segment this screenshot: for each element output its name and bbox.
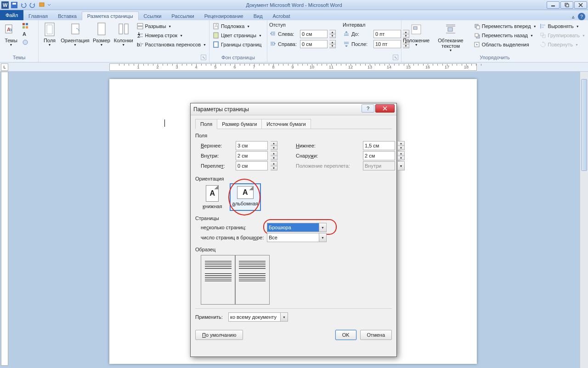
dialog-tab-margins[interactable]: Поля — [195, 119, 217, 129]
rotate-button[interactable]: Повернуть▼ — [538, 40, 586, 49]
margin-outside-input[interactable]: 2 см — [363, 151, 395, 160]
page-color-button[interactable]: Цвет страницы▼ — [211, 31, 263, 40]
section-orientation: Ориентация — [195, 176, 392, 181]
margin-top-input[interactable]: 3 см — [236, 141, 268, 150]
text-cursor — [164, 119, 165, 127]
tab-view[interactable]: Вид — [249, 12, 268, 20]
undo-icon[interactable] — [19, 1, 28, 9]
maximize-button[interactable] — [560, 1, 573, 9]
themes-button[interactable]: Aa Темы ▼ — [2, 21, 20, 47]
apply-to-select[interactable]: ко всему документу▼ — [228, 312, 288, 322]
gutter-spinner[interactable]: ▲▼ — [271, 161, 277, 170]
svg-rect-32 — [214, 33, 218, 38]
theme-fonts-icon[interactable]: A — [21, 30, 29, 38]
cancel-button[interactable]: Отмена — [360, 330, 392, 340]
dialog-titlebar[interactable]: Параметры страницы ? — [191, 103, 396, 115]
tab-insert[interactable]: Вставка — [53, 12, 82, 20]
tab-home[interactable]: Главная — [23, 12, 53, 20]
margin-outside-spinner[interactable]: ▲▼ — [398, 151, 405, 160]
qat-dropdown-icon[interactable] — [47, 1, 51, 9]
margin-top-spinner[interactable]: ▲▼ — [271, 141, 277, 150]
save-icon[interactable] — [10, 1, 18, 9]
default-button[interactable]: По умолчанию — [195, 330, 243, 340]
selection-pane-button[interactable]: Область выделения — [472, 40, 537, 49]
theme-colors-icon[interactable] — [21, 22, 29, 29]
hyphenation-icon: bͨ⁻ — [136, 41, 144, 48]
preview-box — [201, 255, 270, 305]
vertical-ruler[interactable] — [1, 72, 8, 366]
minimize-button[interactable] — [547, 1, 560, 9]
page-setup-dialog-launcher[interactable]: ⤡ — [201, 55, 206, 60]
breaks-button[interactable]: Разрывы▼ — [136, 22, 207, 30]
tab-acrobat[interactable]: Acrobat — [268, 12, 295, 20]
margin-bottom-spinner[interactable]: ▲▼ — [398, 141, 405, 150]
space-after-icon — [343, 41, 350, 47]
margin-inside-spinner[interactable]: ▲▼ — [271, 151, 277, 160]
tab-review[interactable]: Рецензирование — [199, 12, 249, 20]
tab-references[interactable]: Ссылки — [139, 12, 167, 20]
align-icon — [539, 23, 547, 30]
close-button[interactable] — [574, 1, 587, 9]
ribbon: Aa Темы ▼ A Темы Поля▼ Ориентация▼ Разме… — [0, 20, 588, 62]
wrap-text-button[interactable]: Обтекание текстом▼ — [430, 21, 471, 53]
hyphenation-button[interactable]: bͨ⁻Расстановка переносов▼ — [136, 40, 207, 49]
margin-bottom-input[interactable]: 1,5 см — [363, 141, 395, 150]
scroll-thumb[interactable] — [581, 79, 587, 171]
columns-button[interactable]: Колонки▼ — [113, 21, 135, 47]
tab-page-layout[interactable]: Разметка страницы — [82, 11, 139, 20]
svg-rect-14 — [26, 26, 28, 28]
position-button[interactable]: Положение▼ — [403, 21, 429, 47]
ok-button[interactable]: OK — [335, 330, 356, 340]
size-button[interactable]: Размер▼ — [91, 21, 112, 47]
svg-rect-7 — [566, 4, 569, 7]
svg-rect-20 — [98, 23, 105, 35]
space-before-input[interactable]: 0 пт — [373, 30, 401, 38]
tab-selector[interactable]: L — [1, 63, 8, 71]
send-backward-button[interactable]: Переместить назад▼ — [472, 31, 537, 40]
dialog-help-button[interactable]: ? — [362, 104, 374, 113]
file-tab[interactable]: Файл — [0, 10, 23, 20]
sheets-per-booklet-select[interactable]: Все▼ — [267, 233, 327, 242]
space-after-input[interactable]: 10 пт — [373, 40, 401, 48]
indent-right-input[interactable]: 0 см — [300, 40, 328, 48]
paragraph-dialog-launcher[interactable]: ⤡ — [393, 55, 398, 60]
svg-text:2: 2 — [137, 33, 140, 39]
margins-button[interactable]: Поля▼ — [40, 21, 59, 47]
group-icon — [539, 32, 547, 39]
svg-rect-11 — [23, 23, 25, 25]
indent-left-input[interactable]: 0 см — [300, 30, 328, 38]
orientation-button[interactable]: Ориентация▼ — [60, 21, 90, 47]
ribbon-tabs: Файл Главная Вставка Разметка страницы С… — [0, 10, 588, 20]
tab-mailings[interactable]: Рассылки — [166, 12, 199, 20]
theme-effects-icon[interactable] — [21, 39, 29, 46]
bring-forward-button[interactable]: Переместить вперед▼ — [472, 22, 537, 30]
svg-rect-46 — [448, 28, 452, 31]
group-button[interactable]: Группировать▼ — [538, 31, 586, 40]
redo-icon[interactable] — [28, 1, 37, 9]
vertical-scrollbar[interactable] — [580, 72, 588, 368]
help-icon[interactable]: ? — [578, 13, 585, 20]
svg-text:bͨ⁻: bͨ⁻ — [137, 42, 143, 47]
gutter-input[interactable]: 0 см — [236, 161, 268, 170]
indent-left-spinner[interactable]: ▲▼ — [329, 30, 336, 38]
dialog-tab-source[interactable]: Источник бумаги — [261, 119, 311, 129]
page-borders-icon — [212, 41, 220, 48]
page-borders-button[interactable]: Границы страниц — [211, 40, 263, 49]
horizontal-ruler[interactable]: 123456789101112131415161718 — [109, 63, 477, 71]
dialog-tab-paper[interactable]: Размер бумаги — [217, 119, 262, 129]
dialog-close-button[interactable] — [375, 104, 395, 113]
svg-rect-4 — [40, 3, 44, 6]
orientation-portrait[interactable]: книжная — [201, 183, 224, 211]
svg-rect-24 — [137, 27, 143, 29]
align-button[interactable]: Выровнять▼ — [538, 22, 586, 30]
gutter-position-select: Внутри — [363, 161, 395, 170]
indent-right-spinner[interactable]: ▲▼ — [329, 40, 336, 48]
line-numbers-button[interactable]: 12Номера строк▼ — [136, 31, 207, 40]
page-color-icon — [212, 32, 220, 39]
margin-inside-input[interactable]: 2 см — [236, 151, 268, 160]
minimize-ribbon-icon[interactable]: ▵ — [570, 13, 577, 20]
qat-customize-icon[interactable] — [38, 1, 46, 9]
annotation-circle-pages — [263, 219, 337, 235]
dialog-title: Параметры страницы — [193, 106, 249, 113]
watermark-button[interactable]: AПодложка▼ — [211, 22, 263, 30]
